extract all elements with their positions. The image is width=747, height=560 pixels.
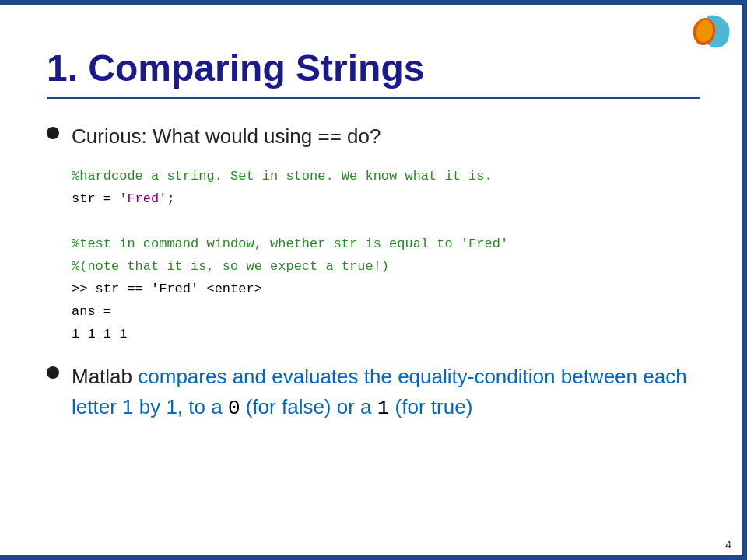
page-number: 4 (725, 538, 731, 551)
code-line-blank (72, 211, 700, 233)
code-line-5: %(note that it is, so we expect a true!) (72, 256, 700, 278)
code-line-7: ans = (72, 301, 700, 324)
bottom-border (0, 555, 747, 560)
slide-container: 1. Comparing Strings Curious: What would… (0, 0, 747, 560)
slide-title: 1. Comparing Strings (47, 47, 700, 99)
code-line-1: %hardcode a string. Set in stone. We kno… (72, 166, 700, 188)
bullet-text-1: Curious: What would using == do? (72, 122, 381, 150)
code-block: %hardcode a string. Set in stone. We kno… (72, 166, 700, 345)
matlab-logo (685, 12, 731, 51)
code-line-2: str = 'Fred'; (72, 188, 700, 211)
code-semicolon: ; (167, 191, 174, 206)
bullet-item-2: Matlab compares and evaluates the equali… (47, 362, 700, 424)
bullet2-code1: 0 (228, 397, 240, 420)
bullet-item-1: Curious: What would using == do? (47, 122, 700, 150)
code-comment-1: %hardcode a string. Set in stone. We kno… (72, 169, 493, 184)
bullet-circle-2 (47, 366, 59, 379)
bullet-text-2: Matlab compares and evaluates the equali… (72, 362, 700, 424)
top-border (0, 0, 747, 5)
code-line-4: %test in command window, whether str is … (72, 233, 700, 256)
bullet2-code2: 1 (377, 397, 390, 420)
code-ans-label: ans = (72, 304, 111, 319)
bullet2-matlab: Matlab (72, 365, 138, 388)
code-string-fred: 'Fred' (119, 191, 167, 206)
right-border (742, 0, 747, 560)
bullet-circle-1 (47, 127, 59, 139)
code-str-assign: str = (72, 191, 119, 206)
code-comment-2: %test in command window, whether str is … (72, 236, 508, 251)
slide-content: Curious: What would using == do? %hardco… (47, 122, 700, 424)
code-line-8: 1 1 1 1 (72, 324, 700, 346)
bullet2-mid: (for false) or a (240, 395, 377, 418)
code-ans-value: 1 1 1 1 (72, 327, 127, 341)
code-comment-3: %(note that it is, so we expect a true!) (72, 259, 389, 274)
code-command: >> str == 'Fred' <enter> (72, 282, 262, 296)
bullet2-suffix: (for true) (389, 395, 472, 418)
code-line-6: >> str == 'Fred' <enter> (72, 278, 700, 301)
